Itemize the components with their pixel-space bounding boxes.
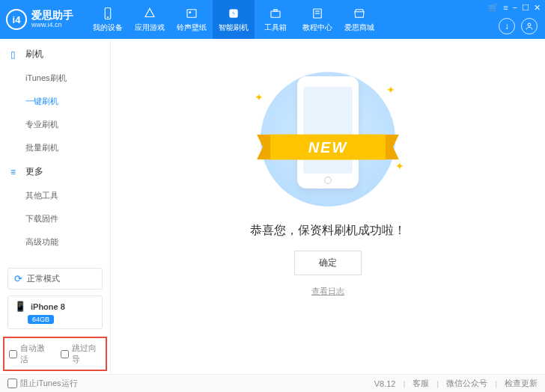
svg-point-10: [528, 23, 531, 26]
image-icon: [185, 7, 198, 20]
main-content: NEW ✦ ✦ ✦ 恭喜您，保资料刷机成功啦！ 确定 查看日志: [111, 39, 545, 374]
more-icon: ≡: [10, 167, 21, 177]
device-capacity: 64GB: [28, 315, 54, 324]
auto-activate-checkbox[interactable]: 自动激活: [9, 343, 50, 365]
maximize-button[interactable]: ☐: [522, 3, 529, 13]
svg-point-3: [189, 11, 191, 13]
success-illustration: NEW ✦ ✦ ✦: [246, 69, 410, 209]
sidebar-item-download-firmware[interactable]: 下载固件: [0, 207, 110, 230]
cart-icon[interactable]: 🛒: [488, 3, 499, 13]
sparkle-icon: ✦: [395, 160, 404, 172]
window-controls: 🛒 ≡ − ☐ ✕: [488, 3, 541, 13]
mode-box[interactable]: ⟳ 正常模式: [7, 268, 103, 290]
sidebar-item-batch-flash[interactable]: 批量刷机: [0, 136, 110, 159]
apps-icon: [143, 7, 156, 20]
nav-toolbox[interactable]: 工具箱: [255, 0, 296, 39]
success-message: 恭喜您，保资料刷机成功啦！: [250, 223, 406, 239]
sparkle-icon: ✦: [255, 91, 264, 103]
logo-icon: i4: [6, 9, 27, 30]
sidebar-item-itunes-flash[interactable]: iTunes刷机: [0, 67, 110, 90]
svg-point-1: [107, 16, 109, 18]
app-url: www.i4.cn: [31, 22, 73, 29]
svg-rect-6: [274, 9, 278, 10]
phone-icon: [101, 7, 115, 20]
phone-icon: ▯: [10, 49, 21, 60]
book-icon: [311, 7, 324, 20]
sparkle-icon: ✦: [386, 84, 395, 96]
nav-tutorials[interactable]: 教程中心: [296, 0, 338, 39]
sidebar-item-oneclick-flash[interactable]: 一键刷机: [0, 90, 110, 113]
confirm-button[interactable]: 确定: [294, 251, 362, 275]
header-right: ↓: [499, 18, 538, 34]
status-bar: 阻止iTunes运行 V8.12 | 客服 | 微信公众号 | 检查更新: [0, 374, 545, 392]
sidebar-section-flash: ▯ 刷机: [0, 42, 110, 67]
nav-my-device[interactable]: 我的设备: [87, 0, 129, 39]
user-icon[interactable]: [521, 18, 538, 34]
sidebar-item-other-tools[interactable]: 其他工具: [0, 184, 110, 207]
app-name: 爱思助手: [31, 10, 73, 21]
version-label: V8.12: [374, 379, 396, 388]
device-name: iPhone 8: [31, 302, 65, 311]
new-ribbon: NEW: [257, 129, 399, 165]
svg-rect-5: [271, 11, 280, 17]
device-box[interactable]: 📱 iPhone 8 64GB: [7, 295, 103, 329]
minimize-button[interactable]: −: [513, 3, 517, 13]
block-itunes-checkbox[interactable]: 阻止iTunes运行: [7, 378, 78, 389]
close-button[interactable]: ✕: [534, 3, 541, 13]
view-log-link[interactable]: 查看日志: [311, 286, 344, 297]
sidebar-item-pro-flash[interactable]: 专业刷机: [0, 113, 110, 136]
sidebar-section-more: ≡ 更多: [0, 159, 110, 184]
nav-ringtones[interactable]: 铃声壁纸: [171, 0, 213, 39]
top-nav: 我的设备 应用游戏 铃声壁纸 智能刷机 工具箱 教程中心 爱思商城: [87, 0, 380, 39]
sidebar-item-advanced[interactable]: 高级功能: [0, 230, 110, 254]
toolbox-icon: [269, 7, 282, 20]
skip-guide-checkbox[interactable]: 跳过向导: [61, 343, 102, 365]
flash-options-row: 自动激活 跳过向导: [3, 337, 107, 371]
store-icon: [353, 7, 366, 20]
mode-label: 正常模式: [27, 273, 60, 284]
support-link[interactable]: 客服: [412, 378, 429, 389]
refresh-icon: ⟳: [14, 273, 22, 284]
nav-store[interactable]: 爱思商城: [338, 0, 380, 39]
nav-flash[interactable]: 智能刷机: [213, 0, 255, 39]
download-icon[interactable]: ↓: [499, 18, 515, 34]
app-header: i4 爱思助手 www.i4.cn 我的设备 应用游戏 铃声壁纸 智能刷机 工具…: [0, 0, 545, 39]
check-update-link[interactable]: 检查更新: [505, 378, 538, 389]
sidebar: ▯ 刷机 iTunes刷机 一键刷机 专业刷机 批量刷机 ≡ 更多 其他工具 下…: [0, 39, 111, 374]
app-body: ▯ 刷机 iTunes刷机 一键刷机 专业刷机 批量刷机 ≡ 更多 其他工具 下…: [0, 39, 545, 374]
wechat-link[interactable]: 微信公众号: [446, 378, 487, 389]
svg-rect-2: [187, 9, 196, 17]
nav-apps[interactable]: 应用游戏: [129, 0, 171, 39]
flash-icon: [227, 7, 240, 20]
phone-icon: 📱: [14, 301, 26, 312]
app-logo: i4 爱思助手 www.i4.cn: [6, 9, 73, 30]
menu-icon[interactable]: ≡: [503, 3, 508, 13]
